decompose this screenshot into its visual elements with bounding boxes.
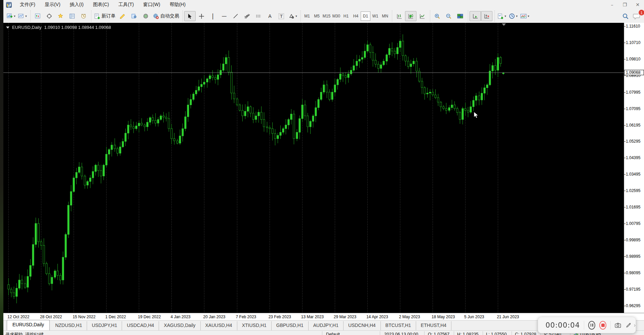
chart-shift-marker[interactable] [502,23,506,26]
chart-shift-button[interactable] [481,11,492,21]
menu-view[interactable]: 显示(V) [40,0,65,9]
menu-bar: 文件(F) 显示(V) 插入(I) 图表(C) 工具(T) 窗口(W) 帮助(H… [3,0,644,10]
date-axis-label: 5 Jun 2023 [464,315,484,319]
crosshair-button[interactable] [196,11,207,21]
tile-windows-button[interactable] [454,11,466,21]
menu-tools[interactable]: 工具(T) [114,0,138,9]
chat-button[interactable]: 1 [631,11,643,21]
restore-button[interactable]: ❐ [618,1,631,8]
timeframe-m1[interactable]: M1 [302,11,312,21]
shapes-dropdown-button[interactable]: ▾ [287,11,298,21]
desktop-edge-strip [0,0,3,335]
metaeditor-button[interactable] [117,11,128,21]
tab-xtiusd-h1[interactable]: XTIUSD,H1 [237,321,272,331]
text-button[interactable]: A [264,11,276,21]
toolbar-group-scroll [468,10,494,22]
date-axis-label: 23 Feb 2023 [269,315,291,319]
tab-btcust-h1[interactable]: BTCUST,H1 [381,321,416,331]
date-axis-label: 18 May 2023 [432,315,455,319]
toolbar-group-charttype [392,10,429,22]
status-close: C: 1.07928 [515,332,536,335]
zoom-in-button[interactable] [432,11,443,21]
price-axis-label: 1.11610 [626,24,640,29]
menu-file[interactable]: 文件(F) [15,0,40,9]
tab-nzdusd-h1[interactable]: NZDUSD,H1 [50,321,87,331]
date-axis-label: 15 Nov 2022 [73,315,95,319]
menu-insert[interactable]: 插入(I) [65,0,88,9]
profiles-button[interactable]: ▾ [17,11,28,21]
text-label-button[interactable]: T [276,11,287,21]
market-watch-button[interactable] [32,11,43,21]
timeframe-d1[interactable]: D1 [361,11,370,21]
tab-ethust-h4[interactable]: ETHUST,H4 [416,321,451,331]
tab-audjpy-h1[interactable]: AUDJPY,H1 [309,321,344,331]
indicators-button[interactable]: ▾ [496,11,508,21]
price-axis-label: 0.98995 [626,254,640,259]
timeframe-m5[interactable]: M5 [312,11,322,21]
screenshot-camera-button[interactable] [615,322,621,329]
timeframe-w1[interactable]: W1 [370,11,380,21]
close-button[interactable]: ✕ [631,1,644,8]
chart-title: EURUSD,Daily 1.09010 1.09098 1.08944 1.0… [6,25,111,30]
timeframe-m15[interactable]: M15 [322,11,331,21]
tab-xauusd-h4[interactable]: XAUUSD,H4 [201,321,237,331]
cursor-button[interactable] [184,11,196,21]
minimize-button[interactable]: – [606,1,618,8]
stop-recording-button[interactable] [599,321,606,330]
navigator-button[interactable] [55,11,66,21]
tab-usdcad-h4[interactable]: USDCAD,H4 [122,321,159,331]
mt4-window: 文件(F) 显示(V) 插入(I) 图表(C) 工具(T) 窗口(W) 帮助(H… [0,0,644,335]
mouse-cursor [473,111,479,119]
price-axis-label: 0.98095 [626,271,640,275]
strategy-tester-button[interactable] [78,11,89,21]
timeframe-h4[interactable]: H4 [351,11,361,21]
chart-plot[interactable]: EURUSD,Daily 1.09010 1.09098 1.08944 1.0… [3,23,624,313]
terminal-button[interactable] [66,11,78,21]
price-axis[interactable]: 1.09068 1.116101.107101.098101.089101.07… [624,23,644,313]
search-icon[interactable] [620,11,631,21]
menu-charts[interactable]: 图表(C) [88,0,114,9]
annotate-pencil-button[interactable] [626,322,631,329]
chevron-right-icon[interactable]: › [634,322,636,328]
status-profile[interactable]: Default [326,332,340,335]
pause-recording-button[interactable] [588,321,595,330]
tab-eurusd-daily[interactable]: EURUSD,Daily [7,320,50,331]
candlestick-chart-button[interactable] [405,11,416,21]
data-window-button[interactable] [43,11,55,21]
price-axis-label: 1.05295 [626,139,640,144]
price-chart-canvas[interactable] [3,23,624,313]
tab-xagusd-daily[interactable]: XAGUSD,Daily [159,321,200,331]
line-chart-button[interactable] [416,11,428,21]
bar-chart-button[interactable] [394,11,405,21]
chevron-down-icon: ▾ [505,14,506,18]
alerts-button[interactable] [140,11,151,21]
chevron-down-icon: ▾ [14,14,15,18]
auto-scroll-button[interactable] [470,11,481,21]
tab-gbpusd-h1[interactable]: GBPUSD,H1 [272,321,309,331]
tab-usdjpy-h1[interactable]: USDJPY,H1 [87,321,122,331]
vertical-line-button[interactable]: | [207,11,218,21]
date-axis-label: 12 Oct 2022 [7,315,29,319]
horizontal-line-button[interactable]: — [218,11,230,21]
timeframe-mn[interactable]: MN [380,11,390,21]
new-chart-button[interactable]: ▾ [5,11,17,21]
screen-recorder-widget: 00:00:04 › [538,317,636,333]
equidistant-channel-button[interactable] [253,11,264,21]
community-button[interactable] [128,11,140,21]
menu-help[interactable]: 帮助(H) [165,0,190,9]
date-axis-label: 4 Jan 2023 [170,315,190,319]
tab-usdcnh-h4[interactable]: USDCNH,H4 [344,321,381,331]
new-order-button[interactable]: 新订单 [93,11,117,21]
price-axis-label: 1.01695 [626,205,640,209]
autotrading-button[interactable]: 自动交易 [151,11,180,21]
fibonacci-button[interactable] [241,11,253,21]
periods-button[interactable]: ▾ [508,11,519,21]
templates-button[interactable]: ▾ [519,11,531,21]
menu-window[interactable]: 窗口(W) [138,0,165,9]
chevron-down-icon[interactable] [6,27,9,29]
trendline-button[interactable] [230,11,241,21]
timeframe-m30[interactable]: M30 [331,11,341,21]
zoom-out-button[interactable] [443,11,454,21]
status-help-text: 寻求帮助, 请按F1键 [5,332,43,335]
timeframe-h1[interactable]: H1 [341,11,351,21]
